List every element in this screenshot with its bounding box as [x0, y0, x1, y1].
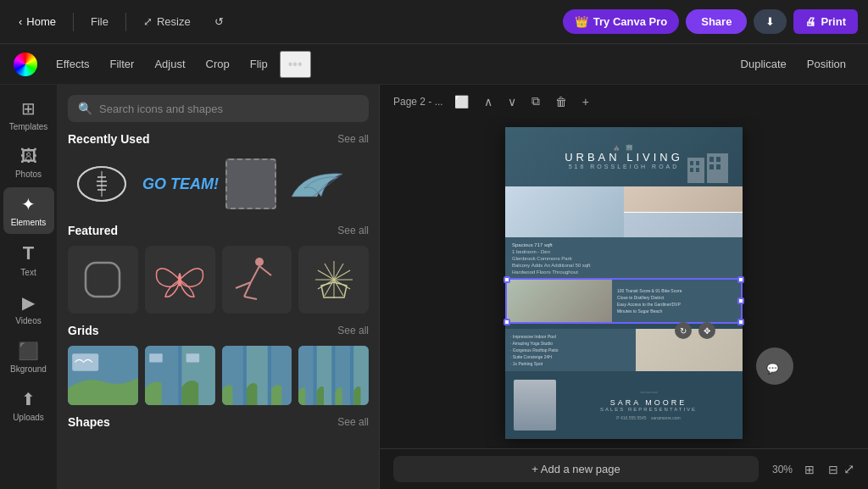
undo-button[interactable]: ↺ — [206, 11, 232, 32]
sidebar-item-background[interactable]: ⬛ Bkground — [3, 334, 54, 381]
shapes-see-all[interactable]: See all — [337, 416, 369, 428]
grid-item-3[interactable] — [222, 346, 292, 405]
sidebar-item-templates-label: Templates — [9, 122, 48, 131]
sidebar-item-uploads-label: Uploads — [13, 413, 44, 422]
search-input[interactable] — [99, 103, 359, 115]
resize-button[interactable]: ⤢ Resize — [135, 11, 199, 32]
svg-rect-42 — [716, 157, 721, 162]
page-delete-button[interactable]: 🗑 — [551, 92, 571, 111]
featured-see-all[interactable]: See all — [337, 225, 369, 236]
page-copy-button[interactable]: ⧉ — [527, 92, 544, 111]
football-element[interactable] — [68, 154, 136, 214]
photos-icon: 🖼 — [20, 147, 37, 166]
square-element[interactable] — [225, 158, 276, 209]
agent-info: 〰〰〰 sara moore SALES REPRESENTATIVE P 41… — [563, 390, 734, 420]
page-chevron-button[interactable]: ∨ — [504, 92, 520, 111]
card-features-left: Spacious 717 sqft 1 bedroom - Den Glenbr… — [512, 242, 736, 275]
adjust-button[interactable]: Adjust — [146, 53, 193, 75]
featured-butterfly[interactable] — [145, 246, 215, 314]
fit-view-button[interactable]: ⊟ — [823, 459, 843, 480]
background-icon: ⬛ — [18, 341, 39, 361]
sidebar-item-photos[interactable]: 🖼 Photos — [3, 140, 54, 186]
expand-button[interactable]: ⤢ — [843, 461, 854, 477]
grid-item-2[interactable] — [145, 346, 215, 405]
canvas-area: Page 2 - ... ⬜ ∧ ∨ ⧉ 🗑 + ⛪ 🏢 URBAN LIVIN… — [380, 85, 868, 489]
print-button[interactable]: 🖨 Print — [793, 9, 858, 34]
sidebar-item-text[interactable]: T Text — [3, 236, 54, 284]
amenity-gardiner: Easy Access to the Gardiner/DVP — [617, 302, 737, 307]
zoom-label: 30% — [772, 464, 793, 475]
amenity-beach: Minutes to Sugar Beach — [617, 308, 737, 314]
card-pool-row: · Impressive Indoor Pool · Amazing Yoga … — [505, 329, 743, 371]
home-button[interactable]: ‹ Home — [10, 11, 64, 32]
agent-phone: P 416.555.5545 — [616, 415, 646, 420]
second-toolbar: Effects Filter Adjust Crop Flip ••• Dupl… — [0, 44, 868, 85]
sidebar-item-uploads[interactable]: ⬆ Uploads — [3, 382, 54, 429]
card-photo-side — [624, 186, 743, 237]
grid-item-1[interactable] — [68, 346, 138, 405]
try-pro-button[interactable]: 👑 Try Canva Pro — [563, 9, 679, 34]
featured-rounded-rect[interactable] — [68, 246, 138, 314]
featured-sunburst[interactable] — [298, 246, 369, 314]
feather-element[interactable] — [283, 163, 351, 205]
page-view-button[interactable]: ⬜ — [450, 92, 473, 111]
card-amenities-row: 100 Transit Score & 91 Bike Score Close … — [505, 280, 743, 322]
bottom-bar: + Add a new page 30% ⊞ ⊟ ⤢ — [380, 448, 868, 489]
sidebar-item-videos[interactable]: ▶ Videos — [3, 286, 54, 332]
uploads-icon: ⬆ — [21, 389, 36, 409]
pool-item: · Impressive Indoor Pool — [510, 334, 631, 339]
svg-point-10 — [255, 258, 264, 266]
feature-sqft: Spacious 717 sqft — [512, 242, 736, 247]
featured-grid — [68, 246, 369, 314]
file-button[interactable]: File — [82, 11, 117, 32]
svg-rect-27 — [186, 353, 199, 362]
svg-rect-8 — [86, 263, 120, 297]
add-page-button[interactable]: + Add a new page — [393, 456, 759, 482]
recently-used-grid: GO TEAM! — [68, 154, 369, 214]
search-icon: 🔍 — [78, 102, 92, 115]
filter-button[interactable]: Filter — [102, 53, 143, 75]
svg-rect-39 — [690, 168, 693, 172]
sidebar-item-elements[interactable]: ✦ Elements — [3, 187, 54, 234]
canvas-wrapper: ⛪ 🏢 URBAN LIVING 516 Rossleigh Road — [505, 127, 743, 439]
sidebar-item-background-label: Bkground — [10, 364, 47, 374]
shapes-header: Shapes See all — [68, 415, 369, 429]
sidebar-item-videos-label: Videos — [15, 316, 41, 325]
color-picker[interactable] — [14, 53, 37, 76]
comment-button[interactable]: 💬 — [760, 356, 785, 381]
grid-item-4[interactable] — [298, 346, 369, 405]
sidebar-item-text-label: Text — [20, 268, 36, 277]
grid-view-button[interactable]: ⊞ — [799, 459, 820, 480]
grids-grid — [68, 346, 369, 405]
flip-button[interactable]: Flip — [242, 53, 276, 75]
page-up-button[interactable]: ∧ — [480, 92, 497, 111]
sidebar-item-templates[interactable]: ⊞ Templates — [3, 92, 54, 138]
card-amenities-text: 100 Transit Score & 91 Bike Score Close … — [612, 280, 743, 322]
effects-button[interactable]: Effects — [47, 53, 98, 75]
comment-icon: 💬 — [766, 363, 779, 375]
crop-button[interactable]: Crop — [198, 53, 238, 75]
recently-used-see-all[interactable]: See all — [337, 133, 369, 145]
resize-icon: ⤢ — [143, 15, 153, 28]
download-button[interactable]: ⬇ — [754, 9, 787, 34]
grids-see-all[interactable]: See all — [337, 325, 369, 336]
featured-header: Featured See all — [68, 224, 369, 237]
goteam-text: GO TEAM! — [142, 175, 219, 193]
page-add-button[interactable]: + — [578, 92, 593, 111]
card-header: ⛪ 🏢 URBAN LIVING 516 Rossleigh Road — [505, 127, 743, 186]
goteam-element[interactable]: GO TEAM! — [142, 154, 219, 214]
car-item: · 1x Parking Spot — [510, 361, 631, 366]
print-icon: 🖨 — [805, 15, 816, 28]
position-button[interactable]: Position — [798, 53, 854, 75]
agent-website: saramoore.com — [651, 415, 681, 420]
card-pool-photo — [636, 329, 743, 371]
more-button[interactable]: ••• — [280, 51, 311, 78]
svg-rect-26 — [149, 353, 163, 362]
canvas-scroll[interactable]: ⛪ 🏢 URBAN LIVING 516 Rossleigh Road — [380, 118, 868, 448]
share-button[interactable]: Share — [686, 9, 747, 34]
duplicate-button[interactable]: Duplicate — [732, 53, 795, 75]
canvas-page: ⛪ 🏢 URBAN LIVING 516 Rossleigh Road — [505, 127, 743, 439]
feature-balcony: Balcony Adds An Additional 50 sqft — [512, 263, 736, 268]
page-label: Page 2 - ... — [393, 96, 443, 108]
featured-yoga[interactable] — [222, 246, 292, 314]
